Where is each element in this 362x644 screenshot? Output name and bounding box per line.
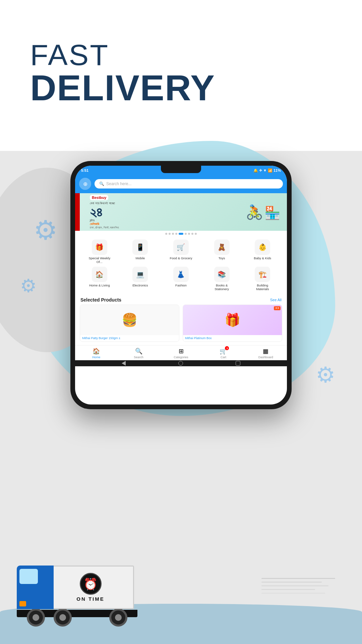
search-nav-icon: 🔍 xyxy=(135,347,142,355)
dot-5-active xyxy=(179,233,183,235)
wheel-3 xyxy=(109,608,127,627)
status-time: 5:51 xyxy=(81,168,88,172)
category-mobile-label: Mobile xyxy=(135,256,145,260)
nav-home[interactable]: 🏠 Home xyxy=(75,347,117,359)
categories-icon: ⊞ xyxy=(179,347,184,355)
phone-notch xyxy=(161,166,201,173)
category-home-label: Home & Living xyxy=(89,283,110,287)
speed-lines xyxy=(261,578,335,594)
banner-brand: Bestbuy xyxy=(90,195,108,200)
nav-cart[interactable]: 🛒 3 Cart xyxy=(202,347,244,359)
see-all-button[interactable]: See All xyxy=(270,298,282,302)
category-electronics[interactable]: 💻 Electronics xyxy=(128,267,152,291)
nav-categories[interactable]: ⊞ Categories xyxy=(160,347,202,359)
gear-icon-3: ⚙ xyxy=(316,362,335,387)
category-mobile[interactable]: 📱 Mobile xyxy=(128,239,152,264)
search-bar-container: ⊕ 🔍 Search here... xyxy=(75,175,287,193)
category-fashion-label: Fashion xyxy=(175,283,187,287)
search-icon: 🔍 xyxy=(99,181,104,186)
banner-text: Bestbuy মেগা পণ্য কিনলেই পাচ্ছো ২৪ ঘন্টা… xyxy=(82,195,119,229)
category-mobile-icon: 📱 xyxy=(132,239,148,255)
category-electronics-label: Electronics xyxy=(132,283,148,287)
search-placeholder: Search here... xyxy=(106,181,131,186)
product-image-1: 🍔 xyxy=(80,305,179,335)
product-title-1: Mithai Patty Burger 150gm ± xyxy=(80,335,179,342)
clock-icon: ⏰ xyxy=(80,573,102,595)
status-icons: 🔔 ✈ ▼ 📶 11% xyxy=(253,168,281,173)
wheel-1 xyxy=(27,608,45,627)
speed-line-5 xyxy=(261,593,325,594)
phone-outer-frame: 5:51 🔔 ✈ ▼ 📶 11% ⊕ 🔍 Search here... xyxy=(70,161,292,409)
banner-highlight: ডেলিভারি xyxy=(90,222,99,226)
speed-line-2 xyxy=(261,582,322,583)
truck-assembly: ⏰ ON TIME xyxy=(17,610,137,617)
dot-8 xyxy=(191,233,193,235)
category-building-label: Building Materials xyxy=(250,283,275,291)
delivery-man-icon: 🚴 xyxy=(246,204,263,220)
category-special-icon: 🎁 xyxy=(92,239,107,255)
truck-cab xyxy=(17,566,54,609)
nav-search[interactable]: 🔍 Search xyxy=(117,347,160,359)
speed-line-1 xyxy=(261,578,335,579)
selected-products-header: Selected Products See All xyxy=(75,294,287,305)
product-card-2[interactable]: ✦✦ 🎁 Mithai Platinum Box xyxy=(183,305,282,342)
home-indicator xyxy=(75,360,287,366)
dot-9 xyxy=(195,233,197,235)
bottom-nav: 🏠 Home 🔍 Search ⊞ Categories 🛒 3 Cart xyxy=(75,345,287,360)
category-baby[interactable]: 👶 Baby & Kids xyxy=(250,239,275,264)
wheel-2-inner xyxy=(59,614,66,621)
hero-section: FAST DELIVERY xyxy=(30,40,215,106)
phone-screen: 5:51 🔔 ✈ ▼ 📶 11% ⊕ 🔍 Search here... xyxy=(75,166,287,405)
hero-delivery-text: DELIVERY xyxy=(30,70,215,106)
banner-inner: Bestbuy মেগা পণ্য কিনলেই পাচ্ছো ২৪ ঘন্টা… xyxy=(75,193,287,231)
nav-home-label: Home xyxy=(92,356,100,359)
cart-badge-container: 🛒 3 xyxy=(220,347,227,355)
category-toys[interactable]: 🧸 Toys xyxy=(210,239,234,264)
category-fashion[interactable]: 👗 Fashion xyxy=(169,267,193,291)
search-input[interactable]: 🔍 Search here... xyxy=(95,179,283,189)
cargo-box: ⏰ ON TIME xyxy=(47,566,134,609)
category-baby-icon: 👶 xyxy=(255,239,270,255)
home-button xyxy=(178,361,183,366)
back-button xyxy=(122,361,126,366)
product-image-2: ✦✦ 🎁 xyxy=(183,305,282,335)
truck-base xyxy=(17,610,137,617)
dot-2 xyxy=(169,233,171,235)
dot-6 xyxy=(185,233,187,235)
cart-count: 3 xyxy=(225,346,229,350)
shop-icon: 🏪 xyxy=(264,206,280,220)
product-title-2: Mithai Platinum Box xyxy=(183,335,282,342)
app-logo: ⊕ xyxy=(79,178,91,190)
dot-1 xyxy=(165,233,167,235)
category-home-icon: 🏠 xyxy=(92,267,107,282)
nav-cart-label: Cart xyxy=(221,356,226,359)
category-food[interactable]: 🛒 Food & Grocery xyxy=(169,239,193,264)
categories-row-1: 🎁 Special Weekly Of... 📱 Mobile 🛒 Food &… xyxy=(75,237,287,265)
dashboard-icon: ▦ xyxy=(263,347,268,355)
category-special[interactable]: 🎁 Special Weekly Of... xyxy=(87,239,112,264)
category-baby-label: Baby & Kids xyxy=(254,256,271,260)
dot-4 xyxy=(175,233,177,235)
wheel-1-inner xyxy=(33,614,39,621)
speed-line-3 xyxy=(261,585,328,586)
truck-window xyxy=(19,569,38,584)
promo-banner[interactable]: Bestbuy মেগা পণ্য কিনলেই পাচ্ছো ২৪ ঘন্টা… xyxy=(75,193,287,231)
product-badge: ✦✦ xyxy=(274,306,281,310)
cargo-content: ⏰ ON TIME xyxy=(76,573,105,602)
wheel-2 xyxy=(54,608,72,627)
category-electronics-icon: 💻 xyxy=(132,267,148,282)
category-home[interactable]: 🏠 Home & Living xyxy=(87,267,112,291)
selected-products-title: Selected Products xyxy=(80,297,121,303)
recent-button xyxy=(236,361,240,366)
product-card-1[interactable]: 🍔 Mithai Patty Burger 150gm ± xyxy=(80,305,179,342)
category-food-icon: 🛒 xyxy=(173,239,189,255)
on-time-label: ON TIME xyxy=(76,596,105,602)
home-icon: 🏠 xyxy=(93,347,100,355)
phone-mockup: 5:51 🔔 ✈ ▼ 📶 11% ⊕ 🔍 Search here... xyxy=(70,161,292,409)
category-books[interactable]: 📚 Books & Stationery xyxy=(210,267,234,291)
nav-dashboard[interactable]: ▦ Dashboard xyxy=(245,347,287,359)
category-building[interactable]: 🏗️ Building Materials xyxy=(250,267,275,291)
banner-number: ২৪ xyxy=(90,205,103,219)
truck-headlight xyxy=(19,601,26,606)
category-toys-label: Toys xyxy=(219,256,225,260)
